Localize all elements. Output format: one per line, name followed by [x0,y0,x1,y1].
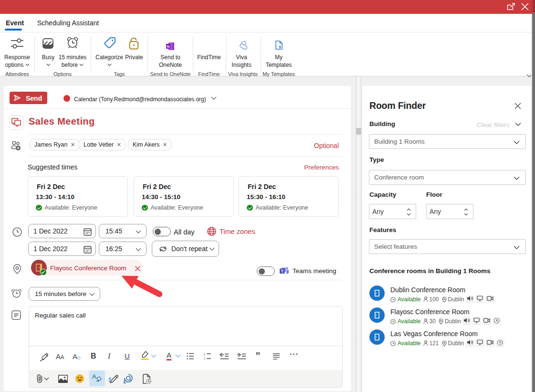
svg-text:N: N [167,44,170,49]
svg-text:T: T [281,269,284,274]
svg-text:A: A [92,373,96,380]
svg-text:2: 2 [204,357,205,360]
svg-text:1: 1 [204,353,205,356]
